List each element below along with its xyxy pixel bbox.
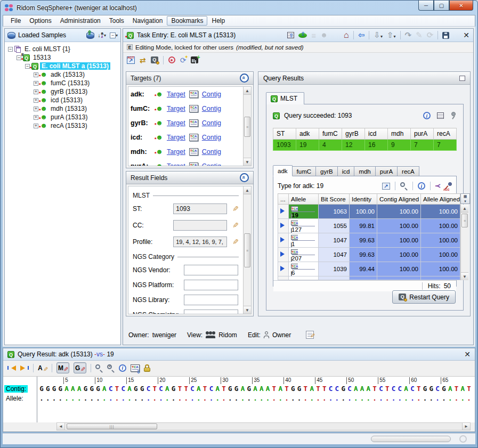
target-link[interactable]: Target <box>167 134 185 141</box>
scroll-left-icon[interactable]: ◄ <box>57 423 65 430</box>
mlst-column-header[interactable]: recA <box>434 128 457 140</box>
scroll-right-icon[interactable]: ► <box>462 423 470 430</box>
target-link[interactable]: Target <box>167 105 185 112</box>
menu-item-help[interactable]: Help <box>207 16 229 26</box>
contig-link[interactable]: Contig <box>202 119 221 127</box>
info-icon[interactable]: i <box>418 182 425 190</box>
contig-link[interactable]: Contig <box>202 105 221 112</box>
alignment-scroll-thumb[interactable]: ||| <box>67 423 157 429</box>
lock-icon[interactable] <box>144 364 150 372</box>
contig-link[interactable]: Contig <box>202 91 221 98</box>
menu-item-file[interactable]: File <box>6 16 25 26</box>
tree-item[interactable]: +☻*gyrB (15313) <box>6 87 119 96</box>
mlst-column-header[interactable]: mdh <box>388 128 411 140</box>
row-arrow-icon[interactable] <box>280 251 287 257</box>
zoom-in-icon[interactable] <box>95 364 103 372</box>
close-task-button[interactable]: ✕ <box>463 31 469 39</box>
save-button[interactable] <box>442 32 449 39</box>
scroll-up-icon[interactable]: ▲ <box>244 87 251 95</box>
collapse-all-button[interactable]: − ▾ <box>110 32 118 38</box>
add-chart-button[interactable]: + <box>191 56 198 63</box>
result-fields-scrollbar[interactable]: ▲ ≡ ▼ <box>243 186 251 314</box>
allele-column-header[interactable]: Bit Score <box>319 194 350 205</box>
mlst-result-row[interactable]: 10931941216977 <box>273 140 457 151</box>
mlst-column-header[interactable]: gyrB <box>342 128 365 140</box>
menu-item-tools[interactable]: Tools <box>105 16 128 26</box>
ngs-field-input[interactable] <box>184 280 238 290</box>
row-arrow-icon[interactable] <box>280 266 287 271</box>
allele-hit-row-partial[interactable] <box>278 276 460 280</box>
minimize-button[interactable]: ─ <box>418 1 434 11</box>
edit-permissions-icon[interactable]: ✎ <box>306 331 314 339</box>
target-link[interactable]: Target <box>167 119 185 127</box>
collapse-panel-button[interactable]: « <box>240 74 249 83</box>
pin-icon[interactable] <box>450 112 457 119</box>
contig-file-icon[interactable]: TCA <box>189 148 198 156</box>
allele-hit-row[interactable]: TCA 127105599.81100.00100.00 <box>278 219 460 233</box>
magnifier-icon[interactable] <box>400 182 408 190</box>
tree-expander[interactable]: + <box>34 72 38 77</box>
scroll-down-icon[interactable]: ▼ <box>461 272 468 280</box>
allele-tab-mdh[interactable]: mdh <box>354 166 375 176</box>
tree-expander[interactable]: + <box>34 81 38 86</box>
menu-item-administration[interactable]: Administration <box>56 16 105 26</box>
rerun-query-button[interactable]: ⟳✦ <box>180 56 187 64</box>
alignment-view[interactable]: Contig: Allele: 510152025303540455055606… <box>3 376 475 422</box>
cc-field[interactable] <box>173 220 227 231</box>
st-field[interactable]: 1093 <box>173 203 227 214</box>
edit-pencil-icon[interactable]: ✎ <box>232 238 239 246</box>
target-link[interactable]: Target <box>167 91 185 98</box>
contig-file-icon[interactable]: TCA <box>189 105 198 112</box>
allele-tab-recA[interactable]: recA <box>398 166 419 176</box>
restart-query-button[interactable]: Q Restart Query <box>392 290 456 304</box>
home-button[interactable]: ⌂ <box>344 31 349 39</box>
prev-difference-button[interactable] <box>7 365 16 371</box>
close-button[interactable]: ✕ <box>449 1 473 11</box>
mlst-column-header[interactable]: adk <box>296 128 319 140</box>
collapse-panel-button[interactable]: « <box>240 173 249 182</box>
query-settings-button[interactable]: Q <box>151 56 158 63</box>
allele-pin-icon[interactable]: AGG <box>444 182 452 190</box>
scroll-up-icon[interactable]: ▲ <box>461 205 468 213</box>
contig-link[interactable]: Contig <box>202 148 221 156</box>
contig-file-icon[interactable]: TCA <box>189 119 198 127</box>
allele-tab-fumC[interactable]: fumC <box>293 166 316 176</box>
gap-toggle-button[interactable]: G✎ <box>74 362 86 373</box>
result-fields-scroll-thumb[interactable]: ≡ <box>244 233 250 267</box>
mutation-toggle-button[interactable]: M✎ <box>56 362 69 373</box>
allele-hit-row[interactable]: TCA 6103999.44100.00100.00 <box>278 262 460 276</box>
tree-expander[interactable]: − <box>17 55 21 60</box>
allele-hit-row[interactable]: TCA 1104799.63100.00100.00 <box>278 233 460 248</box>
menu-item-navigation[interactable]: Navigation <box>128 16 167 26</box>
tree-expander[interactable]: + <box>34 107 38 111</box>
tree-item[interactable]: +☻*icd (15313) <box>6 96 119 104</box>
tree-expander[interactable]: − <box>8 47 13 52</box>
skip-button[interactable]: ↷ <box>405 30 412 40</box>
ngs-field-input[interactable] <box>184 295 238 305</box>
tree-expander[interactable]: + <box>34 124 38 128</box>
ngs-field-input[interactable] <box>184 265 238 275</box>
upload-table-icon[interactable]: ⇧ <box>287 32 294 38</box>
edit-pencil-icon[interactable]: ✎ <box>232 221 239 230</box>
store-samples-button[interactable]: ⇧ <box>86 32 94 39</box>
scroll-down-icon[interactable]: ▼ <box>244 306 251 314</box>
zoom-reset-icon[interactable]: ✕ <box>107 364 115 372</box>
allele-hit-row[interactable]: TCA 191063100.00100.00100.00 <box>278 205 460 219</box>
menu-item-bookmarks[interactable]: Bookmarks <box>167 16 207 26</box>
allele-hit-row[interactable]: TCA 207104799.63100.00100.00 <box>278 248 460 262</box>
edit-pencil-icon[interactable]: ✎ <box>232 205 239 213</box>
tree-expander[interactable]: − <box>25 64 30 69</box>
allele-column-header[interactable]: Allele Aligned <box>421 194 460 205</box>
next-difference-button[interactable] <box>20 365 29 371</box>
export-sequences-button[interactable]: AGT↗ <box>127 56 135 64</box>
tree-expander[interactable]: + <box>34 89 38 94</box>
tree-expander[interactable]: + <box>34 98 38 103</box>
swap-button[interactable]: ⇄ <box>140 56 146 64</box>
allele-tab-gyrB[interactable]: gyrB <box>316 166 338 176</box>
annotate-button[interactable]: A✎ <box>38 364 47 372</box>
tree-item[interactable]: +☻*recA (15313) <box>6 121 119 130</box>
target-link[interactable]: Target <box>167 148 185 156</box>
allele-tab-purA[interactable]: purA <box>376 166 398 176</box>
back-button[interactable]: ⇦ <box>358 30 365 40</box>
scroll-down-icon[interactable]: ▼ <box>244 158 251 166</box>
